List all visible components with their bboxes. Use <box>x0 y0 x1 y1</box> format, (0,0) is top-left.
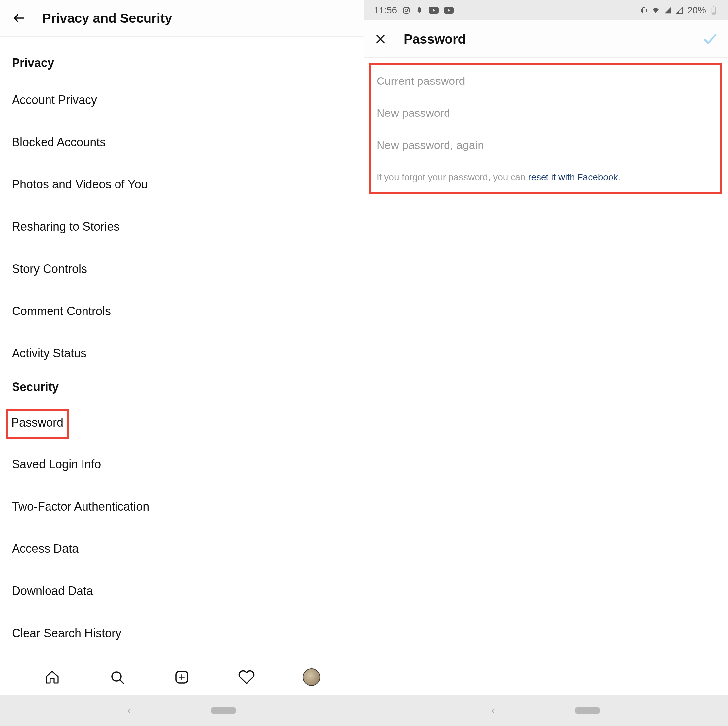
confirm-check-icon[interactable] <box>702 31 719 47</box>
svg-rect-13 <box>713 6 714 7</box>
system-home-pill-icon-2[interactable] <box>575 707 600 714</box>
youtube-status-icon-1 <box>429 7 439 14</box>
app-header: Privacy and Security <box>0 0 364 37</box>
snapchat-status-icon <box>416 6 424 14</box>
instagram-status-icon <box>402 6 410 14</box>
current-password-input[interactable] <box>376 65 715 97</box>
forgot-password-text: If you forgot your password, you can res… <box>376 172 715 182</box>
item-saved-login-info[interactable]: Saved Login Info <box>12 449 352 480</box>
profile-avatar-icon[interactable] <box>303 668 320 686</box>
search-icon[interactable] <box>108 668 126 686</box>
svg-point-8 <box>408 8 408 9</box>
item-activity-status[interactable]: Activity Status <box>12 338 352 369</box>
page-title-password: Password <box>404 32 466 47</box>
item-clear-search-history[interactable]: Clear Search History <box>12 618 352 649</box>
system-nav-bar-2: ‹ <box>364 695 728 726</box>
svg-line-2 <box>120 680 124 684</box>
forgot-suffix: . <box>618 172 620 182</box>
svg-point-7 <box>405 9 408 12</box>
item-two-factor[interactable]: Two-Factor Authentication <box>12 491 352 522</box>
system-nav-bar: ‹ <box>0 695 364 726</box>
bottom-tab-bar <box>0 659 364 695</box>
section-header-privacy: Privacy <box>12 56 352 70</box>
svg-rect-14 <box>713 12 715 14</box>
item-password[interactable]: Password <box>11 416 63 429</box>
item-resharing-stories[interactable]: Resharing to Stories <box>12 211 352 242</box>
system-back-icon-2[interactable]: ‹ <box>491 703 496 717</box>
item-comment-controls[interactable]: Comment Controls <box>12 296 352 327</box>
reset-with-facebook-link[interactable]: reset it with Facebook <box>528 172 618 182</box>
item-access-data[interactable]: Access Data <box>12 533 352 564</box>
screen-password: 11:56 20% <box>364 0 728 726</box>
status-time: 11:56 <box>374 5 397 15</box>
signal-icon-2 <box>676 6 684 14</box>
status-bar: 11:56 20% <box>364 0 728 20</box>
highlight-box-password: Password <box>6 408 69 439</box>
item-account-privacy[interactable]: Account Privacy <box>12 84 352 116</box>
section-header-security: Security <box>12 380 352 394</box>
forgot-prefix: If you forgot your password, you can <box>376 172 528 182</box>
signal-icon-1 <box>664 6 671 14</box>
back-arrow-icon[interactable] <box>12 11 26 25</box>
item-photos-videos[interactable]: Photos and Videos of You <box>12 169 352 200</box>
wifi-icon <box>652 6 660 14</box>
item-story-controls[interactable]: Story Controls <box>12 254 352 284</box>
settings-list: Privacy Account Privacy Blocked Accounts… <box>0 37 364 649</box>
battery-percent: 20% <box>687 5 706 15</box>
page-title: Privacy and Security <box>42 11 172 26</box>
activity-heart-icon[interactable] <box>238 668 255 686</box>
highlight-box-form: If you forgot your password, you can res… <box>369 63 722 194</box>
vibrate-icon <box>640 6 648 14</box>
item-blocked-accounts[interactable]: Blocked Accounts <box>12 127 352 158</box>
system-home-pill-icon[interactable] <box>211 707 236 714</box>
app-header-password: Password <box>364 20 728 58</box>
system-back-icon[interactable]: ‹ <box>127 703 132 717</box>
battery-icon <box>710 6 718 14</box>
new-password-again-input[interactable] <box>376 129 715 161</box>
item-download-data[interactable]: Download Data <box>12 576 352 607</box>
screen-privacy-security: Privacy and Security Privacy Account Pri… <box>0 0 364 726</box>
close-icon[interactable] <box>373 32 388 46</box>
home-icon[interactable] <box>43 668 61 686</box>
new-post-icon[interactable] <box>173 668 191 686</box>
youtube-status-icon-2 <box>444 7 454 14</box>
new-password-input[interactable] <box>376 97 715 129</box>
svg-rect-9 <box>642 8 645 13</box>
